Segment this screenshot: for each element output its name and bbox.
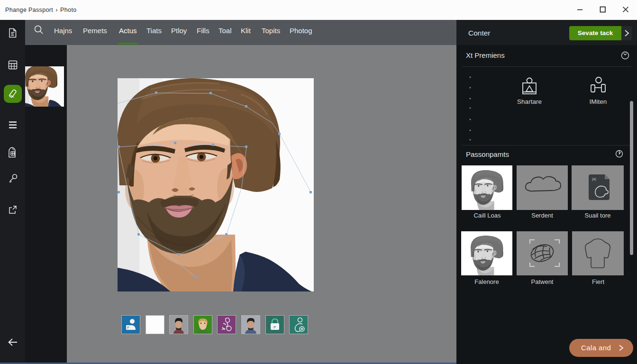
- svg-text:P: P: [127, 326, 129, 329]
- svg-text:(a): (a): [592, 177, 596, 181]
- svg-text:P: P: [273, 325, 276, 329]
